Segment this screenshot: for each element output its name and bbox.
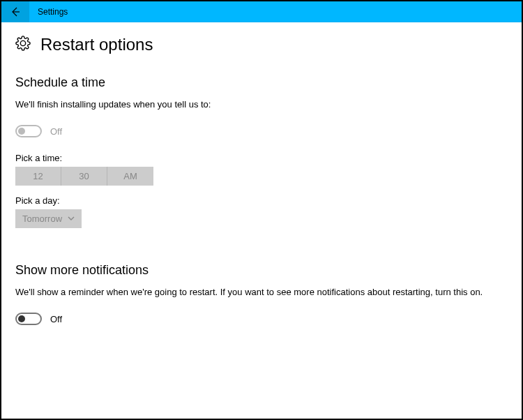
notifications-description: We'll show a reminder when we're going t… [15,286,508,299]
schedule-toggle-row: Off [15,125,508,137]
schedule-description: We'll finish installing updates when you… [15,98,508,111]
chevron-down-icon [68,213,75,224]
schedule-heading: Schedule a time [15,75,508,90]
toggle-knob [18,128,25,135]
page-title: Restart options [40,35,153,54]
time-ampm: AM [107,167,153,186]
day-picker: Tomorrow [15,209,82,228]
schedule-toggle-label: Off [50,126,62,137]
gear-icon [15,36,31,54]
notifications-toggle-label: Off [50,314,62,324]
arrow-left-icon [10,6,21,17]
time-label: Pick a time: [15,153,508,163]
page-header: Restart options [15,35,508,54]
notifications-toggle-row: Off [15,313,508,325]
day-value: Tomorrow [22,213,62,224]
app-title: Settings [38,7,68,17]
schedule-toggle [15,125,42,137]
day-label: Pick a day: [15,195,508,206]
notifications-heading: Show more notifications [15,263,508,278]
time-hour: 12 [15,167,61,186]
toggle-knob [18,315,25,322]
notifications-toggle[interactable] [15,313,42,325]
back-button[interactable] [1,1,29,22]
titlebar: Settings [1,1,522,22]
time-minute: 30 [61,167,107,186]
time-picker: 12 30 AM [15,167,508,186]
content-area: Restart options Schedule a time We'll fi… [1,22,522,353]
